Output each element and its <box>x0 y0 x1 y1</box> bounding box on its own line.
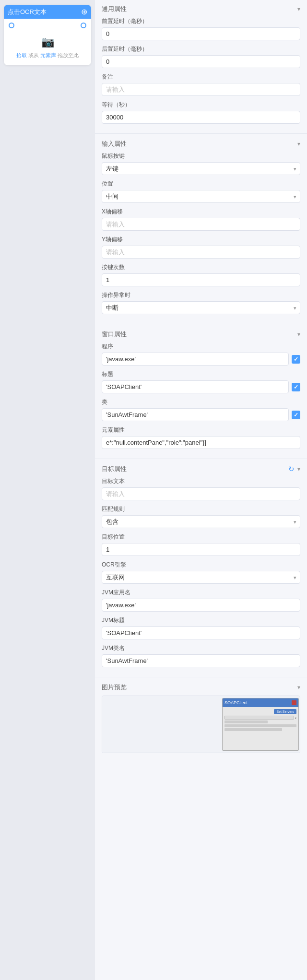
target-position-field: 目标位置 <box>102 533 300 556</box>
node-ports <box>8 23 87 28</box>
preview-line-2 <box>224 724 296 727</box>
preview-section: 图片预览 ▾ SOAPClient Set Servers <box>95 678 307 753</box>
camera-icon: 📷 <box>41 36 54 48</box>
wait-field: 等待（秒） <box>102 101 300 124</box>
win-title-label: 标题 <box>102 370 300 378</box>
common-section: 通用属性 ▾ 前置延时（毫秒） 后置延时（毫秒） 备注 等待（秒） <box>95 0 307 132</box>
element-attr-input[interactable] <box>102 436 300 449</box>
x-offset-input[interactable] <box>102 218 300 231</box>
win-title-field: 标题 <box>102 370 300 393</box>
y-offset-input[interactable] <box>102 246 300 259</box>
jvm-app-field: JVM应用名 <box>102 589 300 612</box>
y-offset-field: Y轴偏移 <box>102 236 300 259</box>
on-error-field: 操作异常时 中断 忽略 重试 ▾ <box>102 291 300 314</box>
preview-select-row: ▾ <box>224 716 296 720</box>
ocr-engine-select-wrap: 互联网 本地 ▾ <box>102 571 300 584</box>
match-rule-select-wrap: 包含 等于 正则 ▾ <box>102 515 300 528</box>
drop-end: 拖放至此 <box>56 52 79 58</box>
post-delay-label: 后置延时（毫秒） <box>102 45 300 53</box>
jvm-class-field: JVM类名 <box>102 644 300 667</box>
note-field: 备注 <box>102 73 300 96</box>
program-input[interactable] <box>102 353 289 366</box>
target-position-input[interactable] <box>102 543 300 556</box>
position-select[interactable]: 中间 左上 右下 <box>102 190 300 203</box>
ocr-engine-select[interactable]: 互联网 本地 <box>102 571 300 584</box>
win-class-input[interactable] <box>102 408 289 421</box>
program-label: 程序 <box>102 342 300 351</box>
mouse-button-label: 鼠标按键 <box>102 152 300 160</box>
node-body: 📷 拾取 或从 元素库 拖放至此 <box>8 32 87 61</box>
x-offset-field: X轴偏移 <box>102 208 300 231</box>
common-section-body: 前置延时（毫秒） 后置延时（毫秒） 备注 等待（秒） <box>95 17 307 132</box>
jvm-title-input[interactable] <box>102 626 300 639</box>
drop-lib[interactable]: 元素库 <box>40 52 56 58</box>
jvm-class-input[interactable] <box>102 654 300 667</box>
node-card: 点击OCR文本 ⊕ 📷 拾取 或从 元素库 拖放至此 <box>4 5 91 65</box>
window-section-body: 程序 标题 类 元素属 <box>95 342 307 458</box>
drop-mid: 或从 <box>27 52 40 58</box>
click-count-label: 按键次数 <box>102 263 300 272</box>
common-chevron-icon: ▾ <box>297 6 300 12</box>
preview-content: Set Servers ▾ <box>223 707 298 734</box>
common-section-title: 通用属性 <box>102 5 127 13</box>
port-right <box>81 23 86 28</box>
target-text-field: 目标文本 <box>102 477 300 500</box>
node-title: 点击OCR文本 <box>8 8 47 16</box>
match-rule-select[interactable]: 包含 等于 正则 <box>102 515 300 528</box>
preview-mock: SOAPClient Set Servers ▾ <box>102 696 300 753</box>
on-error-select-wrap: 中断 忽略 重试 ▾ <box>102 301 300 314</box>
wait-label: 等待（秒） <box>102 101 300 109</box>
input-section-body: 鼠标按键 左键 右键 中键 ▾ 位置 中间 左上 右下 <box>95 152 307 323</box>
common-section-header[interactable]: 通用属性 ▾ <box>95 0 307 17</box>
y-offset-label: Y轴偏移 <box>102 236 300 244</box>
note-input[interactable] <box>102 83 300 96</box>
position-select-wrap: 中间 左上 右下 ▾ <box>102 190 300 203</box>
jvm-title-field: JVM标题 <box>102 616 300 639</box>
preview-chevron-icon: ▾ <box>297 684 300 691</box>
preview-window: SOAPClient Set Servers ▾ <box>222 698 299 751</box>
preview-line-1 <box>224 720 268 723</box>
win-class-checkbox[interactable] <box>292 411 300 419</box>
target-text-input[interactable] <box>102 487 300 500</box>
preview-close-icon <box>292 700 296 705</box>
target-section: 目标属性 ↻ ▾ 目标文本 匹配规则 包含 等于 正则 ▾ <box>95 460 307 676</box>
preview-image-area: SOAPClient Set Servers ▾ <box>102 696 300 753</box>
click-count-field: 按键次数 <box>102 263 300 286</box>
window-section-title: 窗口属性 <box>102 330 127 339</box>
mouse-button-select-wrap: 左键 右键 中键 ▾ <box>102 162 300 175</box>
match-rule-field: 匹配规则 包含 等于 正则 ▾ <box>102 505 300 528</box>
click-count-input[interactable] <box>102 273 300 286</box>
wait-input[interactable] <box>102 111 300 124</box>
left-panel: 点击OCR文本 ⊕ 📷 拾取 或从 元素库 拖放至此 <box>0 0 95 980</box>
note-label: 备注 <box>102 73 300 81</box>
pre-delay-label: 前置延时（毫秒） <box>102 17 300 25</box>
preview-window-title: SOAPClient <box>224 700 248 705</box>
target-section-header: 目标属性 ↻ ▾ <box>95 460 307 477</box>
win-class-field: 类 <box>102 398 300 421</box>
drop-pick[interactable]: 拾取 <box>16 52 27 58</box>
program-checkbox[interactable] <box>292 355 300 364</box>
win-class-row <box>102 408 300 421</box>
window-section-header[interactable]: 窗口属性 ▾ <box>95 325 307 342</box>
post-delay-input[interactable] <box>102 55 300 68</box>
input-section: 输入属性 ▾ 鼠标按键 左键 右键 中键 ▾ 位置 中 <box>95 135 307 323</box>
preview-section-header[interactable]: 图片预览 ▾ <box>95 678 307 696</box>
win-title-checkbox[interactable] <box>292 383 300 391</box>
refresh-icon[interactable]: ↻ <box>288 465 295 473</box>
target-position-label: 目标位置 <box>102 533 300 541</box>
input-section-header[interactable]: 输入属性 ▾ <box>95 135 307 152</box>
preview-set-servers-button: Set Servers <box>274 709 296 714</box>
add-icon[interactable]: ⊕ <box>81 7 87 16</box>
jvm-app-input[interactable] <box>102 599 300 612</box>
position-field: 位置 中间 左上 右下 ▾ <box>102 180 300 203</box>
program-field: 程序 <box>102 342 300 366</box>
preview-section-title: 图片预览 <box>102 683 127 692</box>
match-rule-label: 匹配规则 <box>102 505 300 513</box>
win-title-input[interactable] <box>102 380 289 393</box>
target-section-body: 目标文本 匹配规则 包含 等于 正则 ▾ 目标位置 O <box>95 477 307 676</box>
target-text-label: 目标文本 <box>102 477 300 485</box>
pre-delay-input[interactable] <box>102 27 300 40</box>
on-error-select[interactable]: 中断 忽略 重试 <box>102 301 300 314</box>
mouse-button-select[interactable]: 左键 右键 中键 <box>102 162 300 175</box>
mouse-button-field: 鼠标按键 左键 右键 中键 ▾ <box>102 152 300 175</box>
